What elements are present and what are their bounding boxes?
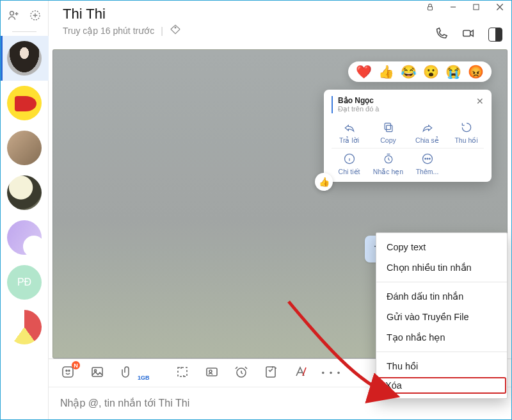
ctx-recall[interactable]: Thu hồi: [376, 356, 507, 376]
svg-rect-17: [92, 368, 102, 376]
context-menu: Copy text Chọn nhiều tin nhắn Đánh dấu t…: [376, 232, 508, 399]
add-contact-icon[interactable]: [7, 9, 20, 24]
quote-text: Đạt trên đó à: [338, 105, 379, 113]
alarm-icon[interactable]: [234, 364, 249, 382]
chat-item-3[interactable]: [1, 125, 49, 170]
chat-item-2[interactable]: [1, 81, 49, 125]
ctx-mark[interactable]: Đánh dấu tin nhắn: [376, 286, 507, 307]
svg-point-13: [429, 158, 430, 159]
quoted-message: Bảo Ngọc Đạt trên đó à: [332, 96, 379, 113]
avatar-initials: PĐ: [7, 265, 42, 300]
quote-author: Bảo Ngọc: [338, 96, 379, 105]
image-icon[interactable]: [90, 364, 105, 382]
ctx-make-reminder[interactable]: Tạo nhắc hẹn: [376, 327, 507, 348]
chat-header: Thi Thi Truy cập 16 phút trước |: [49, 1, 511, 49]
avatar: [7, 41, 42, 76]
chat-item-6[interactable]: PĐ: [1, 260, 49, 305]
svg-point-15: [66, 370, 67, 371]
svg-point-16: [68, 370, 70, 371]
group-add-icon[interactable]: [29, 9, 42, 24]
svg-rect-23: [266, 367, 275, 377]
detail-action[interactable]: Chi tiết: [332, 152, 367, 175]
reaction-wow[interactable]: 😮: [423, 65, 439, 78]
rail-top-icons: [1, 4, 49, 28]
task-icon[interactable]: [263, 364, 278, 382]
video-call-icon[interactable]: [461, 26, 476, 42]
svg-point-0: [10, 11, 14, 15]
message-input[interactable]: [60, 398, 500, 409]
popover-close-icon[interactable]: ✕: [476, 96, 484, 113]
avatar: [7, 175, 42, 210]
ctx-multi-select[interactable]: Chọn nhiều tin nhắn: [376, 257, 507, 278]
ctx-copy-text[interactable]: Copy text: [376, 237, 507, 257]
chat-status: Truy cập 16 phút trước: [63, 26, 154, 36]
copy-action[interactable]: Copy: [371, 121, 406, 144]
reaction-picker[interactable]: ❤️ 👍 😂 😮 😭 😡: [348, 61, 492, 82]
message-actions-popover: Bảo Ngọc Đạt trên đó à ✕ Trả lời Copy: [324, 90, 492, 182]
more-tools-icon[interactable]: • • •: [322, 368, 342, 378]
svg-point-4: [175, 27, 176, 28]
remind-action[interactable]: Nhắc hẹn: [371, 152, 406, 175]
divider-vertical: |: [161, 26, 163, 36]
call-icon[interactable]: [435, 26, 449, 42]
chat-item-5[interactable]: [1, 215, 49, 260]
reaction-like[interactable]: 👍: [378, 65, 394, 78]
tag-icon[interactable]: [170, 24, 181, 37]
reaction-angry[interactable]: 😡: [468, 65, 484, 78]
svg-rect-6: [386, 125, 392, 132]
recall-action[interactable]: Thu hồi: [449, 121, 484, 144]
more-action[interactable]: Thêm...: [410, 152, 445, 175]
svg-rect-5: [463, 30, 470, 36]
ctx-delete[interactable]: Xóa: [376, 376, 507, 394]
ctx-send-file[interactable]: Gửi vào Truyền File: [376, 307, 507, 327]
rail-divider: [12, 31, 36, 32]
chat-item-1[interactable]: [1, 36, 49, 81]
avatar: [7, 310, 42, 344]
svg-point-11: [424, 158, 426, 159]
avatar-announcement: [7, 86, 42, 120]
avatar-sub: [23, 236, 45, 257]
svg-point-12: [427, 158, 428, 159]
svg-rect-14: [63, 367, 73, 377]
reaction-cry[interactable]: 😭: [445, 65, 461, 78]
sidebar-toggle-icon[interactable]: [488, 28, 502, 42]
attach-icon[interactable]: [119, 364, 134, 382]
chat-title: Thi Thi: [63, 6, 106, 22]
contact-card-icon[interactable]: [204, 364, 220, 382]
svg-point-21: [209, 370, 212, 373]
chat-item-7[interactable]: [1, 305, 49, 350]
chat-item-4[interactable]: [1, 170, 49, 215]
reply-action[interactable]: Trả lời: [332, 121, 367, 144]
attach-size-label: 1GB: [138, 375, 150, 381]
format-icon[interactable]: [292, 364, 308, 382]
screenshot-icon[interactable]: [175, 364, 190, 382]
reaction-haha[interactable]: 😂: [401, 65, 417, 78]
svg-rect-7: [385, 123, 390, 129]
reaction-heart[interactable]: ❤️: [356, 65, 372, 78]
svg-rect-19: [178, 368, 187, 376]
reaction-thumb-badge[interactable]: 👍: [315, 173, 333, 191]
left-rail: PĐ: [1, 1, 49, 419]
app-window: PĐ Thi Thi Truy cập 16 phút trước |: [0, 0, 512, 420]
sticker-icon[interactable]: [60, 364, 76, 382]
share-action[interactable]: Chia sẻ: [410, 121, 445, 144]
header-actions: [435, 26, 502, 42]
avatar: [7, 131, 42, 165]
